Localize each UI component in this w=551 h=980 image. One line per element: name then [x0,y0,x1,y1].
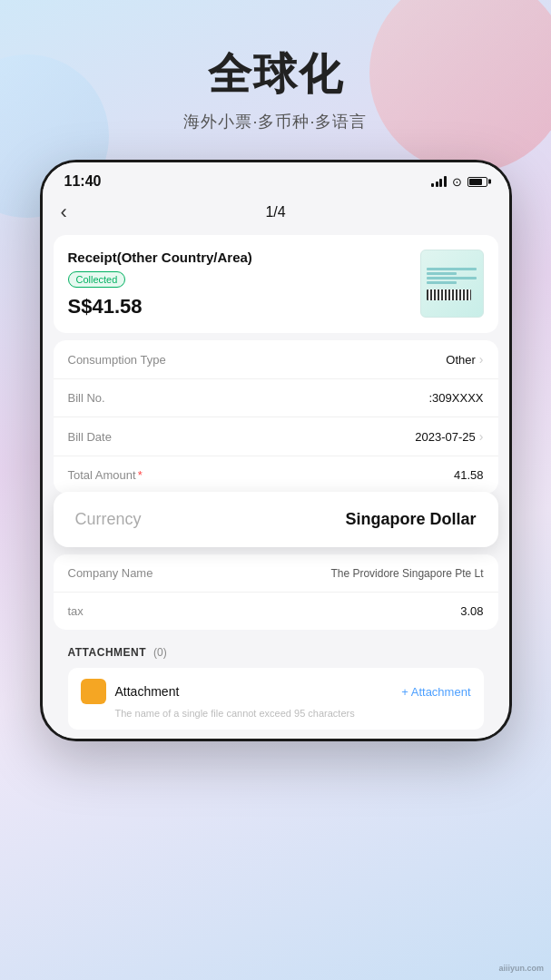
main-title: 全球化 [0,45,551,103]
attachment-file-icon [81,679,106,704]
receipt-card: Receipt(Other Country/Area) Collected S$… [54,235,498,333]
bill-no-row[interactable]: Bill No. :309XXXX [54,379,498,417]
header-area: 全球化 海外小票·多币种·多语言 [0,0,551,151]
signal-icon [431,176,447,187]
attachment-header: ATTACHMENT (0) [68,646,484,659]
chevron-right-icon: › [479,429,484,444]
tax-label: tax [68,604,84,618]
status-icons: ⊙ [431,175,487,189]
currency-popup: Currency Singapore Dollar [54,492,498,547]
nav-bar: ‹ 1/4 [43,197,509,230]
company-name-row[interactable]: Company Name The Providore Singapore Pte… [54,554,498,593]
consumption-type-value: Other › [446,352,483,367]
attachment-name: Attachment [115,684,180,699]
battery-icon [467,177,487,187]
bill-no-value: :309XXXX [429,391,484,405]
bill-date-value: 2023-07-25 › [415,429,483,444]
total-amount-row[interactable]: Total Amount* 41.58 [54,456,498,494]
currency-value: Singapore Dollar [345,510,476,529]
total-amount-label: Total Amount* [68,468,143,482]
phone-frame: 11:40 ⊙ ‹ 1/4 Receipt(Other Country/Area… [40,160,512,741]
watermark: aiiiyun.com [498,964,544,973]
form-fields: Consumption Type Other › Bill No. :309XX… [54,340,498,494]
attachment-count: (0) [153,646,167,659]
consumption-type-row[interactable]: Consumption Type Other › [54,340,498,379]
status-bar: 11:40 ⊙ [43,162,509,197]
page-indicator: 1/4 [265,204,285,220]
currency-label: Currency [75,510,142,529]
chevron-right-icon: › [479,352,484,367]
receipt-amount: S$41.58 [68,295,420,318]
bill-no-label: Bill No. [68,391,105,405]
receipt-info: Receipt(Other Country/Area) Collected S$… [68,250,420,318]
bill-date-label: Bill Date [68,430,112,444]
back-button[interactable]: ‹ [61,201,67,224]
add-attachment-button[interactable]: + Attachment [401,685,470,699]
tax-value: 3.08 [460,604,483,618]
collected-badge: Collected [68,271,126,288]
tax-row[interactable]: tax 3.08 [54,593,498,630]
attachment-hint: The name of a single file cannot exceed … [81,708,471,719]
receipt-title: Receipt(Other Country/Area) [68,250,420,265]
receipt-thumbnail [420,250,484,318]
company-name-label: Company Name [68,566,153,580]
total-amount-value: 41.58 [454,468,484,482]
form-fields-bottom: Company Name The Providore Singapore Pte… [54,554,498,630]
consumption-type-label: Consumption Type [68,353,166,367]
status-time: 11:40 [64,173,102,190]
wifi-icon: ⊙ [452,175,462,189]
bill-date-row[interactable]: Bill Date 2023-07-25 › [54,417,498,456]
attachment-title: ATTACHMENT [68,646,147,659]
sub-title: 海外小票·多币种·多语言 [0,111,551,132]
attachment-row: Attachment + Attachment The name of a si… [68,668,484,730]
attachment-section: ATTACHMENT (0) Attachment + Attachment T… [54,637,498,739]
company-name-value: The Providore Singapore Pte Lt [330,567,483,580]
